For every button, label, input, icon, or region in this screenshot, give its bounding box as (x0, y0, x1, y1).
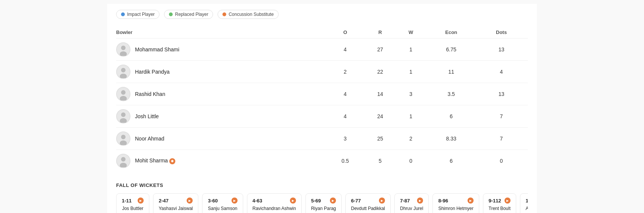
avatar (116, 65, 130, 79)
fow-score: 4-63 (253, 198, 262, 204)
fow-card-header: 4-63 ▶ (253, 198, 296, 204)
table-row: Mohit Sharma✱ 0.55060 (116, 150, 528, 172)
play-icon[interactable]: ▶ (417, 198, 423, 204)
legend: Impact Player Replaced Player Concussion… (116, 10, 528, 19)
fow-card: 7-87 ▶ Dhruv Jurel Over 13.1 (394, 193, 429, 213)
cell-r: 5 (366, 150, 399, 172)
fow-card: 9-112 ▶ Trent Boult Over 16.3 (483, 193, 516, 213)
cell-econ: 11 (428, 61, 480, 83)
bowler-cell: Rashid Khan (116, 83, 329, 105)
fow-section: FALL OF WICKETS 1-11 ▶ Jos Buttler Over … (116, 182, 528, 213)
fow-score: 6-77 (351, 198, 361, 204)
col-o: O (329, 26, 366, 39)
fow-card-header: 1-11 ▶ (122, 198, 144, 204)
table-row: Josh Little 424167 (116, 105, 528, 128)
cell-econ: 6 (428, 105, 480, 128)
svg-point-1 (121, 46, 126, 50)
fow-player-name: Jos Buttler (122, 206, 144, 212)
bowler-name: Mohammad Shami (135, 46, 179, 52)
cell-r: 27 (366, 39, 399, 61)
bowler-cell: Mohammad Shami (116, 39, 329, 61)
play-icon[interactable]: ▶ (232, 198, 238, 204)
impact-icon: ✱ (169, 158, 175, 164)
legend-replaced-player: Replaced Player (164, 10, 213, 19)
cell-o: 3 (329, 128, 366, 150)
col-bowler: Bowler (116, 26, 329, 39)
fow-card: 2-47 ▶ Yashasvi Jaiswal Over 5.1 (153, 193, 198, 213)
fow-player-name: Adam Zampa (526, 206, 528, 212)
bowler-name: Josh Little (135, 113, 159, 119)
avatar (116, 87, 130, 101)
fow-score: 5-69 (311, 198, 321, 204)
svg-point-7 (121, 90, 126, 95)
fow-score: 7-87 (400, 198, 410, 204)
col-w: W (399, 26, 428, 39)
fow-player-name: Riyan Parag (311, 206, 336, 212)
fow-player-name: Ravichandran Ashwin (253, 206, 296, 212)
play-icon[interactable]: ▶ (379, 198, 385, 204)
cell-dots: 0 (479, 150, 528, 172)
cell-r: 22 (366, 61, 399, 83)
fow-card-header: 2-47 ▶ (159, 198, 193, 204)
bowler-name: Mohit Sharma✱ (135, 157, 175, 164)
legend-impact-player: Impact Player (116, 10, 159, 19)
play-icon[interactable]: ▶ (330, 198, 336, 204)
cell-o: 0.5 (329, 150, 366, 172)
fow-card-header: 9-112 ▶ (489, 198, 511, 204)
legend-label-replaced: Replaced Player (175, 12, 208, 17)
play-icon[interactable]: ▶ (187, 198, 193, 204)
fow-score: 10-118 (526, 198, 528, 204)
table-row: Mohammad Shami 42716.7513 (116, 39, 528, 61)
legend-dot-concussion (222, 12, 226, 16)
svg-point-4 (121, 68, 126, 73)
fow-score: 3-60 (208, 198, 218, 204)
fow-card-header: 8-96 ▶ (438, 198, 473, 204)
play-icon[interactable]: ▶ (504, 198, 511, 204)
cell-o: 2 (329, 61, 366, 83)
cell-dots: 7 (479, 105, 528, 128)
legend-dot-impact (121, 12, 125, 16)
bowler-cell: Josh Little (116, 105, 329, 128)
col-econ: Econ (428, 26, 480, 39)
avatar (116, 154, 130, 168)
cell-w: 1 (399, 61, 428, 83)
cell-w: 0 (399, 150, 428, 172)
play-icon[interactable]: ▶ (468, 198, 474, 204)
play-icon[interactable]: ▶ (138, 198, 144, 204)
bowler-table: Bowler O R W Econ Dots Mohammad Shami 42… (116, 26, 528, 172)
fow-player-name: Shimron Hetmyer (438, 206, 473, 212)
cell-econ: 8.33 (428, 128, 480, 150)
fow-card: 6-77 ▶ Devdutt Padikkal Over 11.3 (345, 193, 391, 213)
fow-card: 5-69 ▶ Riyan Parag Over 9.2 (305, 193, 342, 213)
cell-w: 2 (399, 128, 428, 150)
fow-player-name: Devdutt Padikkal (351, 206, 385, 212)
table-row: Hardik Pandya 2221114 (116, 61, 528, 83)
cell-o: 4 (329, 83, 366, 105)
legend-concussion-substitute: Concussion Substitute (218, 10, 278, 19)
cell-r: 24 (366, 105, 399, 128)
play-icon[interactable]: ▶ (290, 198, 296, 204)
fow-score: 9-112 (489, 198, 501, 204)
fow-card: 4-63 ▶ Ravichandran Ashwin Over 7.6 (247, 193, 302, 213)
fow-card: 3-60 ▶ Sanju Samson Over 6.5 (202, 193, 243, 213)
cell-dots: 7 (479, 128, 528, 150)
fow-card-header: 5-69 ▶ (311, 198, 336, 204)
cell-w: 3 (399, 83, 428, 105)
fow-card-header: 3-60 ▶ (208, 198, 237, 204)
cell-w: 1 (399, 105, 428, 128)
bowler-cell: Noor Ahmad (116, 128, 329, 150)
avatar (116, 42, 130, 57)
fow-card: 10-118 ▶ Adam Zampa Over 17.5 (520, 193, 528, 213)
cell-o: 4 (329, 105, 366, 128)
svg-point-10 (121, 113, 126, 117)
legend-dot-replaced (169, 12, 173, 16)
cell-o: 4 (329, 39, 366, 61)
col-r: R (366, 26, 399, 39)
bowler-cell: Mohit Sharma✱ (116, 150, 329, 172)
bowler-name: Hardik Pandya (135, 69, 170, 75)
cell-w: 1 (399, 39, 428, 61)
fow-card-header: 7-87 ▶ (400, 198, 423, 204)
fow-score: 8-96 (438, 198, 448, 204)
bowler-name: Rashid Khan (135, 91, 165, 97)
avatar (116, 131, 130, 146)
